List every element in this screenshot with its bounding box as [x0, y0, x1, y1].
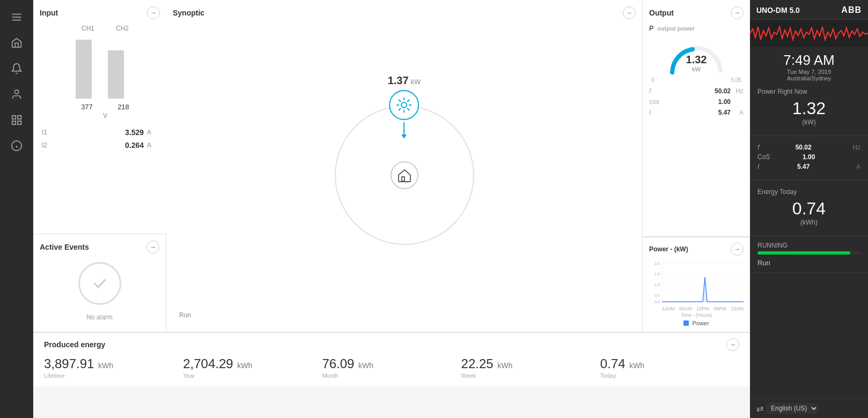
- synoptic-power-unit: kW: [411, 78, 421, 86]
- cos-value: 1.00: [664, 98, 731, 106]
- time-value: 7:49 AM: [750, 52, 868, 69]
- ch2-label: CH2: [116, 25, 129, 32]
- rp-time: 7:49 AM Tue May 7, 2019 Australia/Sydney: [750, 47, 868, 83]
- i1-unit: A: [147, 129, 158, 136]
- svg-rect-6: [12, 121, 15, 124]
- sun-icon: [389, 90, 420, 120]
- today-row: 0.74 kWh: [600, 356, 739, 371]
- f-unit: Hz: [731, 87, 744, 95]
- power-chart-panel: Power - (kW) →: [643, 237, 750, 332]
- svg-rect-20: [402, 177, 404, 181]
- device-name: UNO-DM 5.0: [756, 6, 800, 14]
- output-p-label: P output power: [649, 25, 744, 32]
- power-chart-expand-button[interactable]: →: [731, 243, 744, 256]
- legend-label: Power: [692, 320, 709, 326]
- ch1-value: 377: [76, 103, 98, 111]
- events-expand-button[interactable]: →: [146, 241, 159, 253]
- week-val: 22.25: [461, 356, 494, 371]
- produced-header: Produced energy →: [33, 333, 750, 354]
- synoptic-expand-button[interactable]: →: [623, 6, 636, 19]
- output-expand-button[interactable]: →: [731, 6, 744, 19]
- events-title: Active Events: [40, 243, 89, 251]
- month-unit: kWh: [358, 361, 373, 370]
- divider-3: [750, 236, 868, 236]
- current-out-row: I 5.47 A: [649, 109, 744, 116]
- rp-stats-section: f 50.02 Hz CoS 1.00 I 5.47 A: [750, 138, 868, 178]
- cos-stat-value: 1.00: [803, 153, 815, 161]
- gauge-wrap: 1.32 kW: [667, 38, 726, 75]
- produced-section: Produced energy → 3,897.91 kWh Lifetime …: [33, 332, 750, 386]
- svg-rect-4: [12, 116, 15, 119]
- running-fill: [757, 251, 850, 255]
- power-now-value: 1.32: [757, 99, 860, 118]
- month-val: 76.09: [322, 356, 354, 371]
- language-select[interactable]: English (US): [767, 403, 818, 414]
- output-panel: Output → P output power: [643, 0, 750, 237]
- i-stat-unit: A: [848, 163, 860, 170]
- output-stats: f 50.02 Hz cos 1.00 I 5.47 A: [649, 87, 744, 116]
- svg-line-17: [408, 108, 410, 110]
- f-stat-unit: Hz: [848, 144, 860, 151]
- today-unit: kWh: [629, 361, 644, 370]
- rp-waveform: [750, 20, 868, 47]
- voltage-unit: V: [40, 112, 160, 120]
- svg-point-11: [402, 102, 407, 108]
- cos-row: cos 1.00: [649, 98, 744, 106]
- legend-dot: [683, 320, 689, 326]
- week-unit: kWh: [497, 361, 512, 370]
- cos-label: cos: [649, 98, 664, 106]
- date-value: Tue May 7, 2019: [750, 69, 868, 75]
- run-status: Run: [750, 259, 868, 270]
- run-label: Run: [179, 311, 191, 319]
- divider-1: [750, 136, 868, 136]
- rp-bottom: ⇄ English (US): [750, 398, 868, 418]
- input-expand-button[interactable]: →: [147, 6, 160, 19]
- freq-row: f 50.02 Hz: [649, 87, 744, 95]
- week-label: Week: [461, 372, 600, 379]
- svg-point-3: [14, 90, 18, 94]
- output-header: Output →: [649, 6, 744, 19]
- i1-label: I1: [42, 129, 53, 136]
- gauge-max: 5.05: [731, 77, 741, 83]
- sidebar-item-home[interactable]: [6, 32, 27, 54]
- today-label: Today: [600, 372, 739, 379]
- translate-icon: ⇄: [756, 404, 763, 414]
- right-panel: UNO-DM 5.0 ABB 7:49 AM Tue May 7, 2019 A…: [750, 0, 868, 418]
- sidebar-item-user[interactable]: [6, 84, 27, 105]
- active-events-panel: Active Events → No alarm: [33, 234, 166, 332]
- rp-header: UNO-DM 5.0 ABB: [750, 0, 868, 20]
- sidebar: [0, 0, 33, 418]
- lifetime-row: 3,897.91 kWh: [44, 356, 183, 371]
- sidebar-item-notifications[interactable]: [6, 58, 27, 79]
- current-rows: I1 3.529 A I2 0.264 A: [40, 128, 160, 150]
- produced-values: 3,897.91 kWh Lifetime 2,704.29 kWh Year …: [33, 354, 750, 386]
- no-alarm-icon: [78, 262, 121, 305]
- gauge-value-wrap: 1.32 kW: [686, 54, 707, 72]
- svg-text:0.0: 0.0: [654, 300, 660, 304]
- output-title: Output: [649, 9, 674, 17]
- ch2-value: 218: [113, 103, 134, 111]
- i-out-label: I: [649, 109, 664, 116]
- lifetime-label: Lifetime: [44, 372, 183, 379]
- chart-x-labels: 12AM 06AM 12PM 06PM 12AM: [649, 306, 744, 311]
- synoptic-body: 1.37 kW: [173, 25, 636, 325]
- ch-labels: CH1 CH2: [40, 25, 160, 32]
- main-content: Input → CH1 CH2 377 218 V: [33, 0, 750, 418]
- f-value: 50.02: [664, 87, 731, 95]
- sidebar-item-info[interactable]: [6, 135, 27, 156]
- synoptic-power-value: 1.37: [388, 74, 409, 87]
- events-header: Active Events →: [40, 241, 159, 253]
- svg-line-19: [399, 108, 401, 110]
- f-stat-value: 50.02: [796, 144, 812, 151]
- right-column: Output → P output power: [643, 0, 750, 332]
- f-stat-row: f 50.02 Hz: [757, 144, 860, 151]
- input-header: Input →: [40, 6, 160, 19]
- hamburger-menu[interactable]: [6, 6, 27, 28]
- ch1-label: CH1: [82, 25, 94, 32]
- gauge-value: 1.32: [686, 54, 707, 66]
- svg-line-16: [399, 100, 401, 102]
- i2-unit: A: [147, 141, 158, 149]
- sidebar-item-chart[interactable]: [6, 109, 27, 131]
- produced-expand-button[interactable]: →: [726, 338, 739, 351]
- year-unit: kWh: [237, 361, 252, 370]
